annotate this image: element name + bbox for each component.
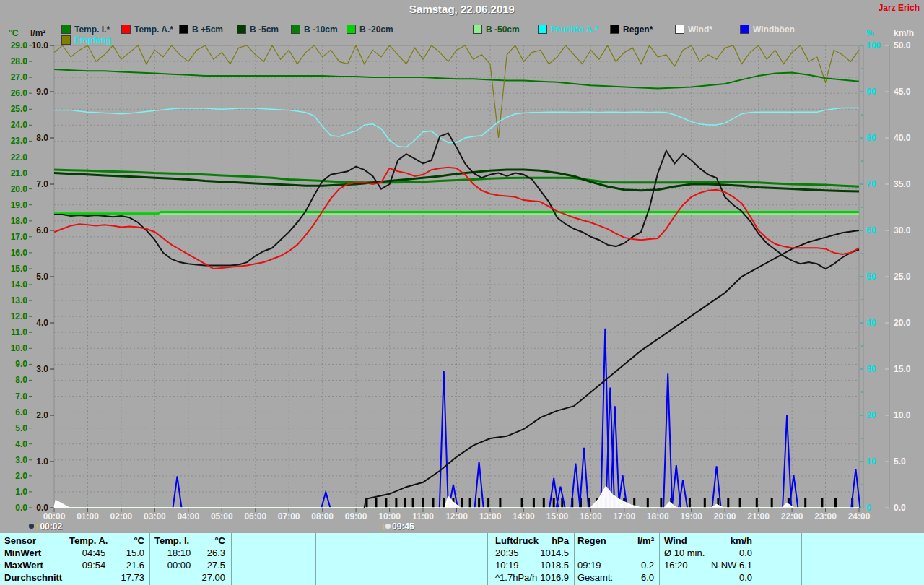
- rain-tick: [375, 498, 378, 508]
- marker-label: 00:02: [40, 521, 62, 532]
- table-cell-value: 1016.9: [489, 572, 569, 583]
- temp-axis-label: 2.0: [15, 471, 27, 481]
- table-cell-value: 1018.5: [489, 560, 569, 571]
- table-cell-value: 0.0: [673, 547, 752, 558]
- table-row-header: Sensor: [4, 535, 36, 546]
- rain-axis-label: 7.0: [36, 179, 48, 189]
- time-axis-label: 03:00: [144, 511, 166, 521]
- temp-axis-label: 10.0: [11, 343, 28, 353]
- temp-axis-label: 13.0: [11, 295, 28, 306]
- rain-axis-label: 9.0: [36, 87, 48, 97]
- table-cell-value: 27.00: [146, 572, 225, 583]
- temp-axis-label: 8.0: [15, 375, 27, 385]
- series-empfang: [54, 46, 859, 138]
- wind-axis-label: 15.0: [894, 364, 911, 374]
- temp-axis-label: 18.0: [11, 216, 28, 226]
- humidity-axis-label: 90: [866, 87, 876, 97]
- rain-tick: [385, 498, 387, 508]
- time-axis-label: 06:00: [244, 511, 266, 521]
- temp-axis-label: 16.0: [11, 248, 28, 258]
- gust-spike: [679, 480, 687, 508]
- table-cell-value: 21.6: [65, 560, 144, 571]
- table-header-unit: l/m²: [596, 535, 654, 546]
- rain-tick: [499, 498, 501, 508]
- table-row-header: MaxWert: [4, 560, 43, 571]
- gust-spike: [783, 415, 791, 508]
- rain-tick: [395, 498, 397, 508]
- table-cell-value: 0.0: [673, 572, 752, 583]
- time-marker: ↓09:45: [381, 519, 414, 530]
- humidity-axis-label: 30: [866, 364, 876, 374]
- gust-spike: [571, 464, 580, 508]
- gust-spike: [663, 373, 672, 508]
- time-axis-label: 22:00: [781, 511, 803, 521]
- rain-tick: [412, 498, 414, 508]
- table-separator: [487, 533, 488, 585]
- table-cell-value: 17.73: [65, 572, 144, 583]
- time-axis-label: 05:00: [211, 511, 233, 521]
- rain-tick: [461, 498, 463, 508]
- rain-tick: [443, 498, 445, 508]
- time-axis-label: 09:00: [345, 511, 367, 521]
- rain-axis-label: 4.0: [36, 318, 48, 328]
- rain-tick: [704, 498, 706, 508]
- time-axis-label: 08:00: [311, 511, 334, 521]
- temp-axis-label: 23.0: [11, 136, 28, 146]
- temp-axis-label: 12.0: [11, 311, 28, 321]
- temp-axis-label: 7.0: [15, 391, 27, 402]
- chart-svg: 0.01.02.03.04.05.06.07.08.09.010.011.012…: [0, 0, 924, 533]
- wind-axis-label: 0.0: [894, 503, 906, 513]
- rain-tick: [422, 498, 424, 508]
- rain-tick: [533, 498, 535, 508]
- wind-axis-label: 20.0: [894, 318, 911, 328]
- rain-tick: [543, 498, 545, 508]
- wind-axis-label: 50.0: [894, 40, 911, 51]
- rain-tick: [727, 498, 729, 508]
- rain-axis-label: 6.0: [36, 225, 48, 235]
- table-cell-value: 0.2: [575, 560, 654, 571]
- wind-axis-label: 30.0: [894, 225, 911, 235]
- humidity-axis-label: 40: [866, 318, 876, 328]
- table-separator: [659, 533, 660, 585]
- series-feuchte: [54, 108, 859, 147]
- humidity-axis-label: 70: [866, 179, 876, 189]
- wind-axis-label: 25.0: [894, 272, 911, 282]
- time-axis-label: 18:00: [647, 511, 669, 521]
- rain-tick: [469, 498, 471, 508]
- table-header-unit: km/h: [694, 535, 752, 546]
- rain-tick: [521, 498, 523, 508]
- temp-axis-label: 1.0: [15, 487, 27, 497]
- table-separator: [231, 533, 232, 585]
- time-axis-label: 11:00: [412, 511, 434, 521]
- rain-axis-label: 1.0: [36, 456, 48, 467]
- wind-axis-label: 10.0: [894, 410, 911, 420]
- rain-tick: [404, 498, 406, 508]
- temp-axis-label: 6.0: [15, 407, 27, 417]
- up-arrow-icon: ↑: [34, 521, 38, 532]
- wind-axis-label: 35.0: [894, 179, 911, 189]
- table-row-header: MinWert: [4, 547, 41, 558]
- rain-tick: [647, 498, 649, 508]
- humidity-axis-label: 80: [866, 133, 876, 143]
- temp-axis-label: 20.0: [11, 184, 28, 194]
- series-b_minus20: [54, 212, 859, 214]
- rain-tick: [660, 498, 662, 508]
- temp-axis-label: 15.0: [11, 264, 28, 274]
- wind-axis-label: 40.0: [894, 133, 911, 143]
- temp-axis-label: 11.0: [11, 327, 27, 337]
- humidity-axis-label: 10: [866, 456, 876, 467]
- time-axis-label: 13:00: [479, 511, 502, 521]
- table-cell-value: 26.3: [146, 547, 225, 558]
- gust-spike: [712, 466, 721, 508]
- time-axis-label: 01:00: [77, 511, 99, 521]
- temp-axis-label: 14.0: [11, 280, 28, 290]
- time-axis-label: 15:00: [546, 511, 569, 521]
- rain-tick: [771, 498, 773, 508]
- table-separator: [801, 533, 802, 585]
- table-cell-value: 15.0: [65, 547, 144, 558]
- temp-axis-label: 4.0: [15, 439, 27, 449]
- temp-axis-label: 0.0: [15, 503, 27, 513]
- table-header-unit: hPa: [511, 535, 569, 546]
- temp-axis-label: 21.0: [11, 168, 28, 178]
- time-axis-label: 24:00: [848, 511, 871, 521]
